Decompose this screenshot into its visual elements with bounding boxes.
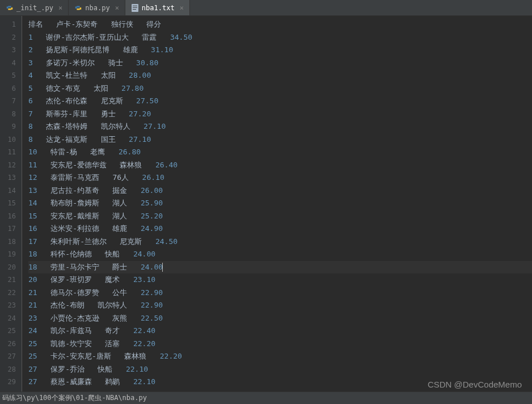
gutter-border [22, 16, 22, 392]
svg-rect-1 [133, 6, 137, 6]
gutter-line-number: 3 [0, 44, 22, 57]
svg-rect-3 [133, 9, 136, 10]
data-row: 12 泰雷斯-马克西 76人 26.10 [28, 171, 532, 184]
gutter-line-number: 28 [0, 363, 22, 376]
gutter-line-number: 4 [0, 57, 22, 70]
python-icon [74, 4, 82, 12]
data-row: 23 小贾伦-杰克逊 灰熊 22.50 [28, 312, 532, 325]
gutter-line-number: 2 [0, 31, 22, 44]
gutter-line-number: 7 [0, 95, 22, 108]
gutter-line-number: 8 [0, 108, 22, 121]
gutter-line-number: 18 [0, 235, 22, 249]
gutter-line-number: 17 [0, 222, 22, 235]
gutter-line-number: 26 [0, 338, 22, 351]
data-row: 10 特雷-杨 老鹰 26.80 [28, 146, 532, 159]
gutter-line-number: 5 [0, 69, 22, 82]
gutter-line-number: 27 [0, 350, 22, 363]
header-row: 排名 卢卡-东契奇 独行侠 得分 [28, 18, 532, 31]
data-row: 7 斯蒂芬-库里 勇士 27.20 [28, 108, 532, 121]
python-icon [6, 4, 14, 12]
data-row: 18 劳里-马尔卡宁 爵士 24.00 [28, 261, 532, 274]
tab-nba-py[interactable]: nba.py × [69, 0, 125, 15]
gutter-line-number: 13 [0, 171, 22, 184]
data-row: 25 卡尔-安东尼-唐斯 森林狼 22.20 [28, 350, 532, 363]
gutter-line-number: 14 [0, 184, 22, 197]
tab-nba1-txt[interactable]: nba1.txt × [125, 0, 190, 15]
gutter-line-number: 20 [0, 261, 22, 274]
gutter-line-number: 9 [0, 120, 22, 133]
data-row: 24 凯尔-库兹马 奇才 22.40 [28, 325, 532, 338]
text-file-icon [131, 4, 139, 12]
gutter-line-number: 6 [0, 82, 22, 95]
data-row: 2 扬尼斯-阿德托昆博 雄鹿 31.10 [28, 44, 532, 57]
data-row: 8 杰森-塔特姆 凯尔特人 27.10 [28, 120, 532, 133]
line-gutter: 1234567891011121314151617181920212223242… [0, 16, 22, 392]
gutter-line-number: 10 [0, 133, 22, 146]
gutter-line-number: 15 [0, 197, 22, 210]
gutter-line-number: 16 [0, 210, 22, 223]
tab-label: nba.py [85, 4, 109, 12]
data-row: 20 保罗-班切罗 魔术 23.10 [28, 273, 532, 287]
data-row: 25 凯德-坎宁安 活塞 22.20 [28, 338, 532, 351]
gutter-line-number: 22 [0, 287, 22, 300]
gutter-line-number: 21 [0, 273, 22, 287]
gutter-line-number: 25 [0, 325, 22, 338]
data-row: 16 达米安-利拉德 雄鹿 24.90 [28, 222, 532, 235]
data-row: 14 勒布朗-詹姆斯 湖人 25.90 [28, 197, 532, 210]
data-row: 1 谢伊-吉尔杰斯-亚历山大 雷霆 34.50 [28, 31, 532, 44]
data-row: 27 保罗-乔治 快船 22.10 [28, 363, 532, 376]
data-row: 11 安东尼-爱德华兹 森林狼 26.40 [28, 159, 532, 172]
tab-init-py[interactable]: _init_.py × [0, 0, 69, 15]
data-row: 8 达龙-福克斯 国王 27.10 [28, 133, 532, 146]
gutter-line-number: 23 [0, 299, 22, 312]
tab-label: _init_.py [16, 4, 53, 12]
status-path: 码练习\py\100个案例\01-爬虫-NBA\nba.py [2, 393, 147, 403]
gutter-line-number: 12 [0, 159, 22, 172]
gutter-line-number: 29 [0, 376, 22, 389]
data-row: 15 安东尼-戴维斯 湖人 25.20 [28, 210, 532, 223]
data-row: 21 德马尔-德罗赞 公牛 22.90 [28, 287, 532, 300]
data-row: 3 多诺万-米切尔 骑士 30.80 [28, 57, 532, 70]
editor-tabs: _init_.py × nba.py × nba1.txt × [0, 0, 532, 16]
data-row: 6 杰伦-布伦森 尼克斯 27.50 [28, 95, 532, 108]
data-row: 5 德文-布克 太阳 27.80 [28, 82, 532, 95]
gutter-line-number: 1 [0, 18, 22, 31]
gutter-line-number: 11 [0, 146, 22, 159]
editor-content[interactable]: 排名 卢卡-东契奇 独行侠 得分1 谢伊-吉尔杰斯-亚历山大 雷霆 34.502… [22, 16, 532, 392]
editor-area: 1234567891011121314151617181920212223242… [0, 16, 532, 392]
close-icon[interactable]: × [58, 4, 62, 12]
tab-label: nba1.txt [142, 4, 175, 12]
status-bar: 码练习\py\100个案例\01-爬虫-NBA\nba.py [0, 392, 532, 404]
data-row: 13 尼古拉-约基奇 掘金 26.00 [28, 184, 532, 197]
gutter-line-number: 19 [0, 248, 22, 261]
data-row: 4 凯文-杜兰特 太阳 28.00 [28, 69, 532, 82]
data-row: 18 科怀-伦纳德 快船 24.00 [28, 248, 532, 261]
close-icon[interactable]: × [180, 4, 184, 12]
data-row: 21 杰伦-布朗 凯尔特人 22.90 [28, 299, 532, 312]
close-icon[interactable]: × [115, 4, 119, 12]
svg-rect-2 [133, 7, 137, 8]
data-row: 27 蔡恩-威廉森 鹈鹕 22.10 [28, 376, 532, 389]
gutter-line-number: 24 [0, 312, 22, 325]
data-row: 17 朱利叶斯-兰德尔 尼克斯 24.50 [28, 235, 532, 249]
